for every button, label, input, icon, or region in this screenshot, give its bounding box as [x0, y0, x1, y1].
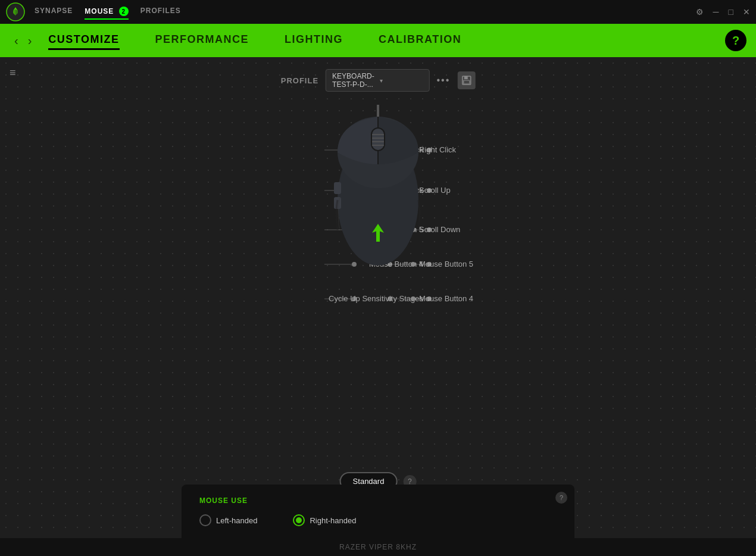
- maximize-button[interactable]: □: [729, 7, 733, 17]
- tab-mouse[interactable]: MOUSE 2: [85, 4, 128, 20]
- profile-save-icon[interactable]: [457, 71, 475, 89]
- svg-rect-2: [464, 76, 467, 79]
- profile-dropdown[interactable]: KEYBOARD-TEST-P-D-... ▾: [326, 69, 429, 92]
- mouse-diagram: Left Click Scroll Click Mouse Button 5 M…: [140, 99, 616, 385]
- titlebar: SYNAPSE MOUSE 2 PROFILES ⚙ ─ □ ✕: [0, 0, 756, 24]
- nav-item-performance[interactable]: PERFORMANCE: [155, 31, 249, 50]
- radio-right-outer: [293, 514, 305, 526]
- nav-item-calibration[interactable]: CALIBRATION: [379, 31, 461, 50]
- label-mouse-btn4-right: Mouse Button 4: [411, 294, 473, 303]
- mouse-use-options: Left-handed Right-handed: [199, 514, 557, 526]
- close-button[interactable]: ✕: [743, 7, 750, 17]
- window-controls: ⚙ ─ □ ✕: [696, 7, 750, 17]
- hamburger-menu[interactable]: ≡: [10, 67, 16, 79]
- tab-synapse[interactable]: SYNAPSE: [35, 4, 73, 20]
- settings-icon[interactable]: ⚙: [696, 7, 704, 17]
- statusbar: RAZER VIPER 8KHZ: [0, 538, 756, 556]
- radio-left-outer: [199, 514, 211, 526]
- radio-right-inner: [296, 517, 302, 523]
- titlebar-tabs: SYNAPSE MOUSE 2 PROFILES: [35, 4, 696, 20]
- nav-forward-button[interactable]: ›: [23, 32, 37, 50]
- profile-bar: PROFILE KEYBOARD-TEST-P-D-... ▾ •••: [281, 69, 476, 92]
- profile-label: PROFILE: [281, 76, 318, 85]
- nav-back-button[interactable]: ‹: [10, 32, 23, 50]
- radio-left-label: Left-handed: [216, 516, 257, 525]
- svg-rect-33: [334, 182, 341, 194]
- profile-value: KEYBOARD-TEST-P-D-...: [332, 72, 375, 89]
- radio-right-handed[interactable]: Right-handed: [293, 514, 356, 526]
- nav-items: CUSTOMIZE PERFORMANCE LIGHTING CALIBRATI…: [36, 31, 725, 50]
- svg-rect-28: [372, 129, 384, 150]
- mouse-illustration: [318, 105, 438, 283]
- svg-rect-3: [463, 80, 469, 84]
- nav-item-customize[interactable]: CUSTOMIZE: [48, 31, 119, 50]
- dot-mouse-btn4-right: [411, 296, 416, 301]
- mouse-use-title: MOUSE USE: [199, 496, 557, 505]
- app-logo: [6, 2, 25, 21]
- radio-right-label: Right-handed: [310, 516, 356, 525]
- navbar: ‹ › CUSTOMIZE PERFORMANCE LIGHTING CALIB…: [0, 24, 756, 57]
- mouse-badge: 2: [119, 7, 129, 16]
- radio-left-handed[interactable]: Left-handed: [199, 514, 257, 526]
- minimize-button[interactable]: ─: [713, 7, 719, 17]
- chevron-down-icon: ▾: [380, 77, 423, 84]
- tab-profiles[interactable]: PROFILES: [140, 4, 181, 20]
- mouse-use-panel: ? MOUSE USE Left-handed Right-handed: [182, 485, 574, 538]
- profile-more-button[interactable]: •••: [436, 75, 450, 86]
- help-button[interactable]: ?: [725, 30, 746, 51]
- nav-item-lighting[interactable]: LIGHTING: [285, 31, 343, 50]
- mouse-use-help-icon[interactable]: ?: [555, 492, 567, 504]
- device-name: RAZER VIPER 8KHZ: [339, 543, 417, 551]
- main-content: ≡ PROFILE KEYBOARD-TEST-P-D-... ▾ •••: [0, 57, 756, 538]
